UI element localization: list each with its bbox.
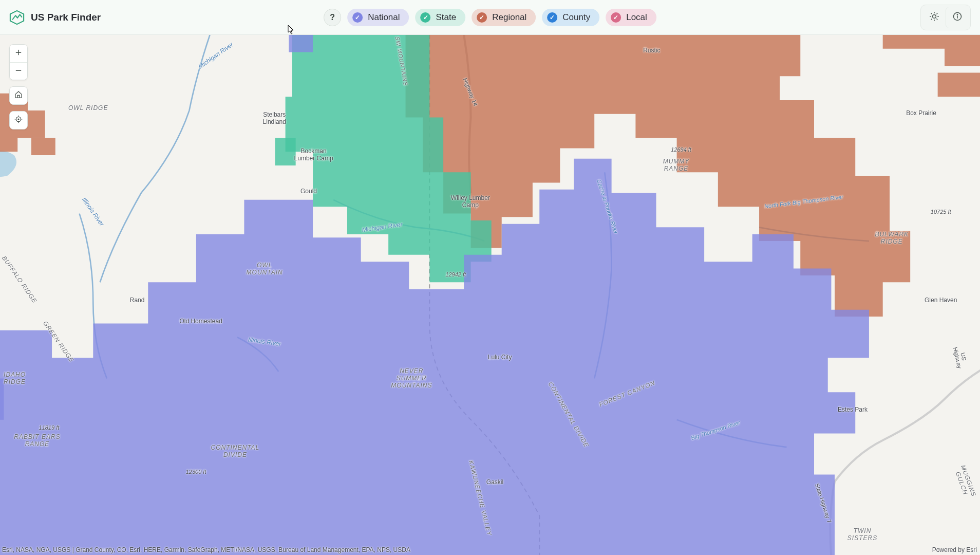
minus-icon — [14, 66, 23, 77]
filter-chip-state[interactable]: ✓ State — [416, 9, 466, 26]
powered-by-label: Powered by Esri — [932, 546, 977, 553]
home-group — [9, 86, 28, 105]
locate-group — [9, 111, 28, 130]
plus-icon — [14, 48, 23, 59]
zoom-out-button[interactable] — [10, 62, 27, 80]
app-logo-icon — [9, 10, 25, 25]
info-button[interactable] — [946, 7, 968, 28]
map-canvas — [0, 35, 980, 555]
info-icon — [952, 11, 963, 24]
map-attribution: Esri, NASA, NGA, USGS | Grand County, CO… — [2, 546, 410, 553]
help-button[interactable]: ? — [324, 9, 341, 26]
question-icon: ? — [330, 13, 335, 22]
home-button[interactable] — [10, 87, 27, 104]
sun-icon — [929, 11, 939, 24]
svg-line-9 — [937, 13, 937, 14]
chip-label: National — [368, 12, 400, 23]
filter-chip-local[interactable]: ✓ Local — [606, 9, 656, 26]
app-header: US Park Finder ? ✓ National ✓ State ✓ Re… — [0, 0, 980, 35]
map-viewport[interactable]: OWL RIDGE Stelbars Lindland Bockman Lumb… — [0, 35, 980, 555]
theme-toggle-button[interactable] — [923, 7, 946, 28]
filter-chip-regional[interactable]: ✓ Regional — [472, 9, 536, 26]
app-title: US Park Finder — [31, 12, 101, 23]
check-icon: ✓ — [477, 12, 487, 23]
svg-line-8 — [931, 18, 932, 19]
svg-line-5 — [937, 18, 937, 19]
check-icon: ✓ — [611, 12, 621, 23]
svg-line-4 — [931, 13, 932, 14]
check-icon: ✓ — [352, 12, 363, 23]
home-icon — [14, 90, 23, 101]
brand: US Park Finder — [9, 10, 101, 25]
check-icon: ✓ — [421, 12, 431, 23]
chip-label: County — [562, 12, 590, 23]
filter-chip-county[interactable]: ✓ County — [542, 9, 599, 26]
chip-label: State — [436, 12, 457, 23]
svg-point-12 — [957, 14, 957, 15]
locate-button[interactable] — [10, 112, 27, 129]
svg-point-19 — [18, 119, 19, 120]
chip-label: Local — [626, 12, 647, 23]
svg-point-1 — [933, 14, 936, 18]
header-utility-group — [920, 5, 971, 30]
zoom-group — [9, 44, 28, 80]
locate-icon — [14, 115, 23, 125]
zoom-in-button[interactable] — [10, 45, 27, 62]
map-toolbar — [9, 44, 28, 130]
chip-label: Regional — [492, 12, 526, 23]
filter-chip-row: ? ✓ National ✓ State ✓ Regional ✓ County… — [324, 9, 656, 26]
filter-chip-national[interactable]: ✓ National — [347, 9, 409, 26]
check-icon: ✓ — [547, 12, 557, 23]
